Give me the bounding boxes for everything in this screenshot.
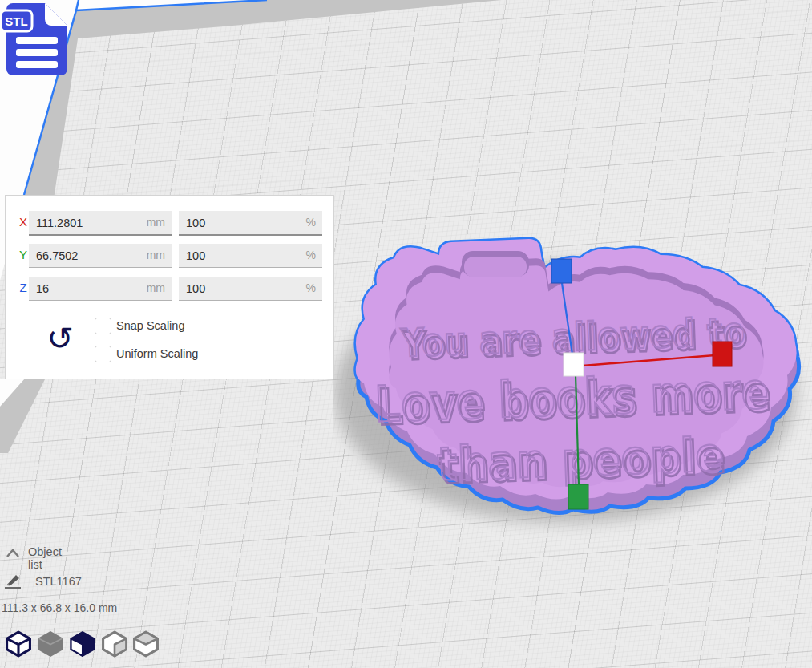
scale-y-mm-input[interactable]	[29, 244, 172, 267]
stl-badge-label: STL	[5, 14, 27, 28]
scale-row-x: X mm %	[6, 211, 333, 234]
object-list-item[interactable]: STL1167	[0, 573, 120, 590]
uniform-scaling-label: Uniform Scaling	[116, 347, 198, 360]
cube-solid-icon	[36, 630, 65, 658]
scale-z-mm-input[interactable]	[29, 277, 172, 300]
engraved-line-3: than people	[436, 427, 725, 492]
cube-wireframe-icon	[4, 630, 33, 658]
view-top-button[interactable]	[68, 630, 97, 658]
scale-handle-y-green[interactable]	[568, 484, 588, 509]
cube-outline-right-icon	[131, 630, 160, 658]
x-axis-label: X	[18, 215, 29, 229]
scale-handle-center-white[interactable]	[564, 353, 584, 376]
document-line-2	[16, 49, 58, 56]
scale-row-z: Z mm %	[6, 277, 333, 300]
application-window: You are allowed to Love books more than …	[0, 0, 812, 668]
model-viewport: You are allowed to Love books more than …	[333, 223, 812, 540]
pencil-icon	[3, 573, 24, 590]
z-axis-label: Z	[18, 281, 29, 294]
scale-tool-panel: X mm % Y mm % Z mm	[5, 195, 334, 379]
view-right-button[interactable]	[131, 630, 160, 658]
view-3d-button[interactable]	[4, 630, 33, 658]
stl-file-icon: STL	[0, 0, 80, 80]
view-front-button[interactable]	[36, 630, 65, 658]
y-axis-label: Y	[18, 248, 29, 261]
scale-y-percent-input[interactable]	[179, 244, 322, 267]
tab-hole-floor	[464, 257, 527, 277]
uniform-scaling-checkbox[interactable]	[95, 346, 111, 362]
scale-row-y: Y mm %	[6, 244, 333, 267]
document-line-3	[16, 61, 58, 68]
object-name: STL1167	[35, 575, 82, 588]
document-line-1	[16, 37, 58, 44]
reset-scale-button[interactable]: ↺	[42, 318, 78, 359]
scale-x-mm-input[interactable]	[29, 211, 172, 234]
snap-scaling-checkbox[interactable]	[95, 318, 111, 334]
object-list-title: Object list	[28, 545, 62, 571]
plate-margin-band	[24, 0, 501, 204]
scale-handle-x-red[interactable]	[713, 342, 732, 366]
collapse-object-list-button[interactable]	[3, 546, 22, 561]
scale-z-percent-input[interactable]	[179, 277, 322, 300]
scale-x-percent-input[interactable]	[179, 211, 322, 234]
chevron-up-icon	[3, 546, 22, 561]
cube-outline-left-icon	[100, 630, 129, 658]
view-left-button[interactable]	[100, 630, 129, 658]
snap-scaling-label: Snap Scaling	[116, 319, 184, 332]
selected-model-dimensions: 111.3 x 66.8 x 16.0 mm	[2, 601, 117, 614]
scale-handle-z-blue[interactable]	[551, 259, 572, 283]
cube-face-highlight-icon	[68, 630, 97, 658]
document-fold-icon	[45, 3, 67, 26]
